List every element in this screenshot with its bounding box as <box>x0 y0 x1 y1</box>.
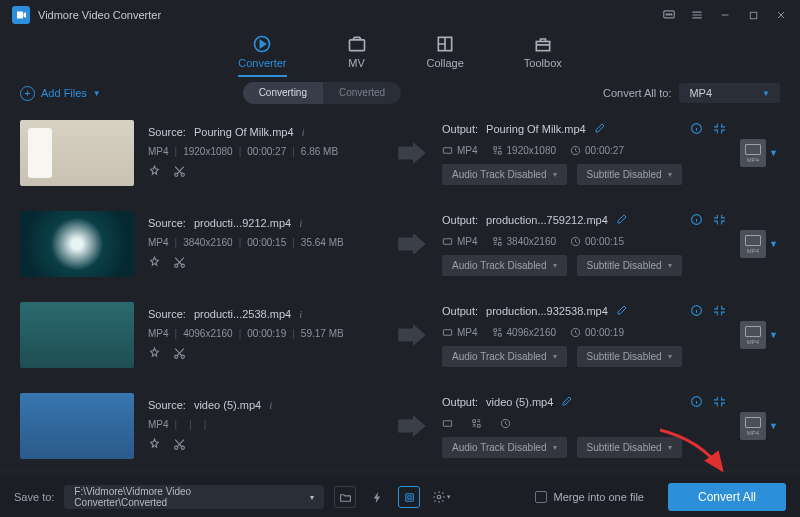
subtitle-select[interactable]: Subtitle Disabled <box>577 437 682 458</box>
output-format: MP4 <box>457 327 478 338</box>
save-to-select[interactable]: F:\Vidmore\Vidmore Video Converter\Conve… <box>64 485 324 509</box>
lightning-off-icon[interactable] <box>366 486 388 508</box>
output-format-button[interactable] <box>740 230 766 258</box>
thumbnail[interactable] <box>20 302 134 368</box>
svg-rect-22 <box>443 329 451 335</box>
compress-icon[interactable] <box>713 304 726 319</box>
subtitle-select[interactable]: Subtitle Disabled <box>577 164 682 185</box>
feedback-icon[interactable] <box>662 8 676 22</box>
compress-icon[interactable] <box>713 395 726 410</box>
edit-icon[interactable] <box>616 304 628 318</box>
audio-track-select[interactable]: Audio Track Disabled <box>442 437 567 458</box>
source-size: 59.17 MB <box>301 328 344 339</box>
output-format: MP4 <box>457 145 478 156</box>
cut-icon[interactable] <box>173 438 186 453</box>
list-item: Source: producti...9212.mp4 i MP4| 3840x… <box>0 199 800 290</box>
edit-icon[interactable] <box>594 122 606 136</box>
svg-rect-30 <box>408 495 411 498</box>
svg-rect-8 <box>536 42 549 51</box>
seg-converting[interactable]: Converting <box>243 82 323 104</box>
source-format: MP4 <box>148 237 169 248</box>
merge-checkbox[interactable]: Merge into one file <box>535 491 644 503</box>
seg-converted[interactable]: Converted <box>323 82 401 104</box>
convert-all-to-value: MP4 <box>689 87 712 99</box>
cut-icon[interactable] <box>173 347 186 362</box>
output-filename: video (5).mp4 <box>486 396 553 408</box>
titlebar: Vidmore Video Converter <box>0 0 800 30</box>
audio-track-select[interactable]: Audio Track Disabled <box>442 255 567 276</box>
chevron-down-icon[interactable]: ▼ <box>769 330 778 340</box>
close-icon[interactable] <box>774 8 788 22</box>
source-duration: 00:00:27 <box>247 146 286 157</box>
output-prefix: Output: <box>442 396 478 408</box>
arrow-icon <box>398 324 428 346</box>
info-circle-icon[interactable] <box>690 122 703 137</box>
menu-icon[interactable] <box>690 8 704 22</box>
add-files-button[interactable]: + Add Files ▼ <box>20 86 101 101</box>
output-duration: 00:00:15 <box>585 236 624 247</box>
bottombar: Save to: F:\Vidmore\Vidmore Video Conver… <box>0 477 800 517</box>
info-icon[interactable]: i <box>302 126 305 138</box>
cut-icon[interactable] <box>173 165 186 180</box>
source-size: 35.64 MB <box>301 237 344 248</box>
info-icon[interactable]: i <box>299 217 302 229</box>
arrow-icon <box>398 233 428 255</box>
source-prefix: Source: <box>148 399 186 411</box>
subtitle-select[interactable]: Subtitle Disabled <box>577 255 682 276</box>
output-prefix: Output: <box>442 214 478 226</box>
source-filename: producti...2538.mp4 <box>194 308 291 320</box>
info-circle-icon[interactable] <box>690 395 703 410</box>
output-format-button[interactable] <box>740 139 766 167</box>
svg-rect-17 <box>443 238 451 244</box>
output-format-button[interactable] <box>740 321 766 349</box>
svg-rect-29 <box>406 493 414 501</box>
minimize-icon[interactable] <box>718 8 732 22</box>
source-prefix: Source: <box>148 308 186 320</box>
audio-track-select[interactable]: Audio Track Disabled <box>442 346 567 367</box>
output-duration: 00:00:19 <box>585 327 624 338</box>
edit-icon[interactable] <box>561 395 573 409</box>
info-icon[interactable]: i <box>269 399 272 411</box>
tab-collage[interactable]: Collage <box>427 34 464 75</box>
edit-icon[interactable] <box>616 213 628 227</box>
source-resolution: 4096x2160 <box>183 328 233 339</box>
tab-converter[interactable]: Converter <box>238 34 286 77</box>
effects-icon[interactable] <box>148 438 161 453</box>
svg-point-2 <box>668 14 669 15</box>
info-circle-icon[interactable] <box>690 304 703 319</box>
checkbox-icon <box>535 491 547 503</box>
thumbnail[interactable] <box>20 211 134 277</box>
tab-toolbox[interactable]: Toolbox <box>524 34 562 75</box>
effects-icon[interactable] <box>148 347 161 362</box>
source-filename: Pouring Of Milk.mp4 <box>194 126 294 138</box>
chevron-down-icon[interactable]: ▼ <box>769 148 778 158</box>
effects-icon[interactable] <box>148 165 161 180</box>
output-prefix: Output: <box>442 305 478 317</box>
source-filename: video (5).mp4 <box>194 399 261 411</box>
source-duration: 00:00:15 <box>247 237 286 248</box>
save-to-label: Save to: <box>14 491 54 503</box>
tab-label: Converter <box>238 57 286 69</box>
settings-icon[interactable]: ▾ <box>430 486 452 508</box>
maximize-icon[interactable] <box>746 8 760 22</box>
info-circle-icon[interactable] <box>690 213 703 228</box>
effects-icon[interactable] <box>148 256 161 271</box>
subtitle-select[interactable]: Subtitle Disabled <box>577 346 682 367</box>
audio-track-select[interactable]: Audio Track Disabled <box>442 164 567 185</box>
info-icon[interactable]: i <box>299 308 302 320</box>
convert-all-to-select[interactable]: MP4 ▼ <box>679 83 780 103</box>
output-filename: Pouring Of Milk.mp4 <box>486 123 586 135</box>
compress-icon[interactable] <box>713 213 726 228</box>
convert-all-button[interactable]: Convert All <box>668 483 786 511</box>
open-folder-icon[interactable] <box>334 486 356 508</box>
chevron-down-icon[interactable]: ▼ <box>769 239 778 249</box>
gpu-accel-icon[interactable] <box>398 486 420 508</box>
tab-mv[interactable]: MV <box>347 34 367 75</box>
chevron-down-icon[interactable]: ▼ <box>769 421 778 431</box>
output-format-button[interactable] <box>740 412 766 440</box>
thumbnail[interactable] <box>20 393 134 459</box>
compress-icon[interactable] <box>713 122 726 137</box>
thumbnail[interactable] <box>20 120 134 186</box>
cut-icon[interactable] <box>173 256 186 271</box>
output-prefix: Output: <box>442 123 478 135</box>
